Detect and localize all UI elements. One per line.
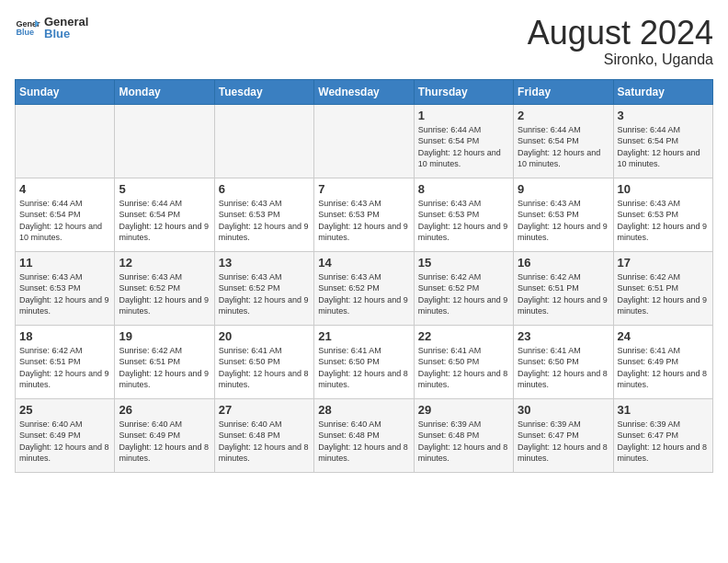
day-cell: 13Sunrise: 6:43 AMSunset: 6:52 PMDayligh… [214, 251, 313, 325]
column-header-saturday: Saturday [613, 79, 712, 104]
day-info: Sunrise: 6:43 AMSunset: 6:53 PMDaylight:… [618, 198, 709, 244]
day-cell: 8Sunrise: 6:43 AMSunset: 6:53 PMDaylight… [414, 178, 513, 251]
week-row-2: 4Sunrise: 6:44 AMSunset: 6:54 PMDaylight… [16, 178, 713, 251]
week-row-1: 1Sunrise: 6:44 AMSunset: 6:54 PMDaylight… [16, 104, 713, 178]
day-cell [214, 104, 313, 178]
day-cell: 2Sunrise: 6:44 AMSunset: 6:54 PMDaylight… [514, 104, 613, 178]
day-cell: 25Sunrise: 6:40 AMSunset: 6:49 PMDayligh… [16, 398, 115, 472]
day-number: 4 [19, 182, 110, 196]
day-cell: 27Sunrise: 6:40 AMSunset: 6:48 PMDayligh… [214, 398, 313, 472]
day-number: 18 [19, 329, 110, 343]
day-number: 28 [318, 403, 409, 417]
day-info: Sunrise: 6:43 AMSunset: 6:53 PMDaylight:… [518, 198, 609, 244]
day-cell: 29Sunrise: 6:39 AMSunset: 6:48 PMDayligh… [414, 398, 513, 472]
day-number: 9 [518, 182, 609, 196]
day-number: 3 [618, 109, 709, 122]
day-info: Sunrise: 6:44 AMSunset: 6:54 PMDaylight:… [418, 124, 509, 170]
day-info: Sunrise: 6:43 AMSunset: 6:52 PMDaylight:… [219, 271, 310, 317]
day-cell: 4Sunrise: 6:44 AMSunset: 6:54 PMDaylight… [16, 178, 115, 251]
day-info: Sunrise: 6:44 AMSunset: 6:54 PMDaylight:… [618, 124, 709, 170]
day-info: Sunrise: 6:42 AMSunset: 6:51 PMDaylight:… [119, 345, 210, 391]
day-info: Sunrise: 6:43 AMSunset: 6:52 PMDaylight:… [119, 271, 210, 317]
week-row-4: 18Sunrise: 6:42 AMSunset: 6:51 PMDayligh… [16, 325, 713, 398]
day-number: 16 [518, 256, 609, 270]
day-info: Sunrise: 6:41 AMSunset: 6:49 PMDaylight:… [618, 345, 709, 391]
day-cell: 19Sunrise: 6:42 AMSunset: 6:51 PMDayligh… [115, 325, 214, 398]
day-number: 22 [418, 329, 509, 343]
day-cell [115, 104, 214, 178]
day-number: 12 [119, 256, 210, 270]
logo-text-blue: Blue [44, 27, 88, 40]
day-number: 14 [318, 256, 409, 270]
day-cell: 7Sunrise: 6:43 AMSunset: 6:53 PMDaylight… [314, 178, 414, 251]
day-number: 15 [418, 256, 509, 270]
day-info: Sunrise: 6:41 AMSunset: 6:50 PMDaylight:… [518, 345, 609, 391]
calendar-header: SundayMondayTuesdayWednesdayThursdayFrid… [16, 79, 713, 104]
day-info: Sunrise: 6:40 AMSunset: 6:49 PMDaylight:… [119, 419, 210, 465]
day-number: 24 [618, 329, 709, 343]
day-number: 30 [518, 403, 609, 417]
month-year-title: August 2024 [528, 15, 713, 52]
day-cell: 24Sunrise: 6:41 AMSunset: 6:49 PMDayligh… [613, 325, 712, 398]
day-info: Sunrise: 6:44 AMSunset: 6:54 PMDaylight:… [119, 198, 210, 244]
location-subtitle: Sironko, Uganda [528, 52, 713, 68]
page-header: General Blue General Blue August 2024 Si… [15, 15, 713, 68]
day-info: Sunrise: 6:44 AMSunset: 6:54 PMDaylight:… [518, 124, 609, 170]
day-info: Sunrise: 6:41 AMSunset: 6:50 PMDaylight:… [219, 345, 310, 391]
day-cell: 14Sunrise: 6:43 AMSunset: 6:52 PMDayligh… [314, 251, 414, 325]
column-header-wednesday: Wednesday [314, 79, 414, 104]
day-info: Sunrise: 6:42 AMSunset: 6:51 PMDaylight:… [618, 271, 709, 317]
day-info: Sunrise: 6:39 AMSunset: 6:47 PMDaylight:… [618, 419, 709, 465]
day-cell: 15Sunrise: 6:42 AMSunset: 6:52 PMDayligh… [414, 251, 513, 325]
day-info: Sunrise: 6:40 AMSunset: 6:49 PMDaylight:… [19, 419, 110, 465]
day-cell: 22Sunrise: 6:41 AMSunset: 6:50 PMDayligh… [414, 325, 513, 398]
day-info: Sunrise: 6:43 AMSunset: 6:52 PMDaylight:… [318, 271, 409, 317]
day-number: 20 [219, 329, 310, 343]
day-number: 10 [618, 182, 709, 196]
title-block: August 2024 Sironko, Uganda [528, 15, 713, 68]
day-info: Sunrise: 6:40 AMSunset: 6:48 PMDaylight:… [219, 419, 310, 465]
day-cell: 6Sunrise: 6:43 AMSunset: 6:53 PMDaylight… [214, 178, 313, 251]
day-number: 17 [618, 256, 709, 270]
week-row-5: 25Sunrise: 6:40 AMSunset: 6:49 PMDayligh… [16, 398, 713, 472]
day-info: Sunrise: 6:42 AMSunset: 6:51 PMDaylight:… [19, 345, 110, 391]
day-cell: 5Sunrise: 6:44 AMSunset: 6:54 PMDaylight… [115, 178, 214, 251]
column-header-tuesday: Tuesday [214, 79, 313, 104]
day-cell: 20Sunrise: 6:41 AMSunset: 6:50 PMDayligh… [214, 325, 313, 398]
day-number: 6 [219, 182, 310, 196]
day-cell: 1Sunrise: 6:44 AMSunset: 6:54 PMDaylight… [414, 104, 513, 178]
day-number: 23 [518, 329, 609, 343]
day-info: Sunrise: 6:42 AMSunset: 6:52 PMDaylight:… [418, 271, 509, 317]
week-row-3: 11Sunrise: 6:43 AMSunset: 6:53 PMDayligh… [16, 251, 713, 325]
column-header-sunday: Sunday [16, 79, 115, 104]
day-cell: 28Sunrise: 6:40 AMSunset: 6:48 PMDayligh… [314, 398, 414, 472]
general-blue-logo-icon: General Blue [15, 15, 40, 40]
day-cell: 10Sunrise: 6:43 AMSunset: 6:53 PMDayligh… [613, 178, 712, 251]
day-info: Sunrise: 6:43 AMSunset: 6:53 PMDaylight:… [19, 271, 110, 317]
day-cell: 17Sunrise: 6:42 AMSunset: 6:51 PMDayligh… [613, 251, 712, 325]
day-info: Sunrise: 6:42 AMSunset: 6:51 PMDaylight:… [518, 271, 609, 317]
day-info: Sunrise: 6:40 AMSunset: 6:48 PMDaylight:… [318, 419, 409, 465]
day-cell: 30Sunrise: 6:39 AMSunset: 6:47 PMDayligh… [514, 398, 613, 472]
day-info: Sunrise: 6:41 AMSunset: 6:50 PMDaylight:… [418, 345, 509, 391]
calendar-table: SundayMondayTuesdayWednesdayThursdayFrid… [15, 79, 713, 473]
header-row: SundayMondayTuesdayWednesdayThursdayFrid… [16, 79, 713, 104]
column-header-thursday: Thursday [414, 79, 513, 104]
day-cell: 31Sunrise: 6:39 AMSunset: 6:47 PMDayligh… [613, 398, 712, 472]
column-header-friday: Friday [514, 79, 613, 104]
day-cell: 23Sunrise: 6:41 AMSunset: 6:50 PMDayligh… [514, 325, 613, 398]
day-info: Sunrise: 6:43 AMSunset: 6:53 PMDaylight:… [418, 198, 509, 244]
column-header-monday: Monday [115, 79, 214, 104]
day-cell: 3Sunrise: 6:44 AMSunset: 6:54 PMDaylight… [613, 104, 712, 178]
day-cell [314, 104, 414, 178]
day-cell: 26Sunrise: 6:40 AMSunset: 6:49 PMDayligh… [115, 398, 214, 472]
day-cell: 9Sunrise: 6:43 AMSunset: 6:53 PMDaylight… [514, 178, 613, 251]
logo: General Blue General Blue [15, 15, 88, 40]
day-number: 8 [418, 182, 509, 196]
day-number: 21 [318, 329, 409, 343]
day-cell [16, 104, 115, 178]
day-cell: 11Sunrise: 6:43 AMSunset: 6:53 PMDayligh… [16, 251, 115, 325]
day-cell: 12Sunrise: 6:43 AMSunset: 6:52 PMDayligh… [115, 251, 214, 325]
calendar-body: 1Sunrise: 6:44 AMSunset: 6:54 PMDaylight… [16, 104, 713, 472]
day-number: 7 [318, 182, 409, 196]
